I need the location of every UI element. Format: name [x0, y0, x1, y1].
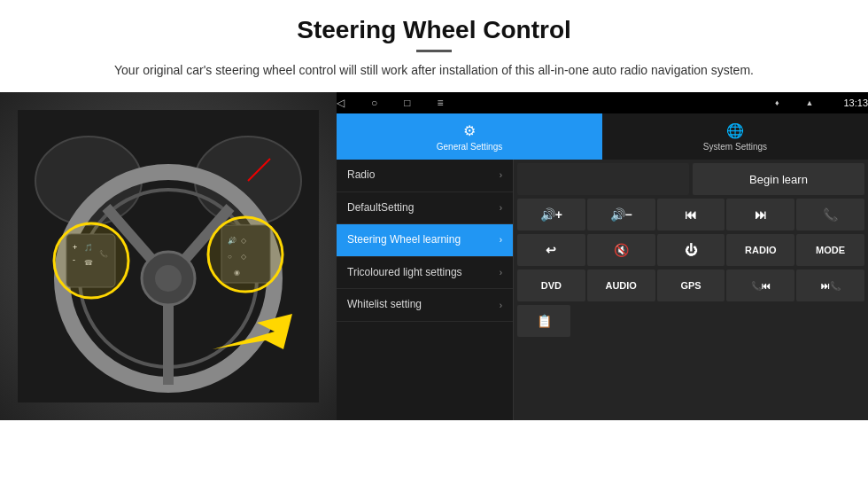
tab-bar: ⚙ General Settings 🌐 System Settings: [337, 113, 868, 160]
power-button[interactable]: ⏻: [657, 234, 725, 266]
gps-button[interactable]: GPS: [657, 270, 725, 301]
square-icon[interactable]: □: [404, 97, 410, 109]
audio-button[interactable]: AUDIO: [587, 270, 655, 301]
controls-row-2: ↩ 🔇 ⏻ RADIO MODE: [517, 234, 864, 266]
tab-system[interactable]: 🌐 System Settings: [602, 113, 868, 160]
menu-item-radio[interactable]: Radio ›: [337, 160, 513, 192]
menu-icon[interactable]: ≡: [438, 97, 444, 109]
menu-item-steering[interactable]: Steering Wheel learning ›: [337, 224, 513, 257]
prev-button[interactable]: ⏮: [657, 199, 725, 230]
menu-item-tricoloured-label: Tricoloured light settings: [347, 266, 500, 280]
title-divider: [416, 50, 452, 52]
controls-row-4: 📋: [517, 305, 864, 337]
menu-item-whitelist[interactable]: Whitelist setting ›: [337, 289, 513, 322]
right-panel: Begin learn 🔊+ 🔊− ⏮: [514, 160, 868, 420]
call-prev-icon: 📞⏮: [751, 281, 771, 291]
answer-button[interactable]: ↩: [517, 234, 585, 266]
time-display: 13:13: [843, 98, 868, 108]
system-settings-icon: 🌐: [726, 122, 744, 139]
call-button[interactable]: 📞: [796, 199, 864, 230]
dvd-label: DVD: [541, 280, 562, 291]
next-icon: ⏭: [755, 207, 767, 222]
menu-item-default[interactable]: DefaultSetting ›: [337, 192, 513, 225]
radio-button[interactable]: RADIO: [726, 234, 794, 266]
page-wrapper: Steering Wheel Control Your original car…: [0, 0, 868, 420]
svg-point-24: [208, 217, 283, 292]
begin-learn-label: Begin learn: [749, 173, 808, 186]
call-next-button[interactable]: ⏭📞: [796, 270, 864, 301]
mute-button[interactable]: 🔇: [587, 234, 655, 266]
header: Steering Wheel Control Your original car…: [0, 0, 868, 92]
menu-item-radio-label: Radio: [347, 168, 500, 183]
controls-row-3: DVD AUDIO GPS 📞⏮ ⏭📞: [517, 270, 864, 301]
tab-general[interactable]: ⚙ General Settings: [337, 113, 602, 160]
content-area: + - 🎵 ☎ 📞 🔊 ◇ ○ ◇ ◉: [0, 92, 868, 420]
general-settings-icon: ⚙: [463, 122, 476, 139]
steering-wheel-svg: + - 🎵 ☎ 📞 🔊 ◇ ○ ◇ ◉: [18, 110, 319, 402]
mode-button[interactable]: MODE: [796, 234, 864, 266]
power-icon: ⏻: [685, 243, 697, 257]
radio-label: RADIO: [745, 245, 776, 255]
car-background: + - 🎵 ☎ 📞 🔊 ◇ ○ ◇ ◉: [0, 92, 337, 420]
answer-icon: ↩: [546, 243, 556, 257]
menu-item-tricoloured[interactable]: Tricoloured light settings ›: [337, 257, 513, 290]
call-next-icon: ⏭📞: [821, 281, 841, 291]
menu-list: Radio › DefaultSetting › Steering Wheel …: [337, 160, 514, 420]
svg-point-23: [54, 223, 128, 298]
begin-learn-button[interactable]: Begin learn: [693, 163, 864, 195]
menu-item-default-label: DefaultSetting: [347, 201, 500, 215]
prev-icon: ⏮: [685, 207, 697, 222]
vol-down-icon: 🔊−: [610, 207, 632, 222]
nav-bar: ◁ ○ □ ≡ ♦ ▲ 13:13: [337, 92, 868, 113]
page-title: Steering Wheel Control: [0, 0, 868, 50]
chevron-right-icon: ›: [500, 203, 502, 213]
menu-item-whitelist-label: Whitelist setting: [347, 298, 500, 312]
next-button[interactable]: ⏭: [726, 199, 794, 230]
list-button[interactable]: 📋: [517, 305, 570, 337]
car-image-section: + - 🎵 ☎ 📞 🔊 ◇ ○ ◇ ◉: [0, 92, 337, 420]
vol-up-icon: 🔊+: [540, 207, 562, 222]
location-icon: ♦: [775, 98, 779, 107]
list-icon: 📋: [537, 314, 552, 328]
vol-down-button[interactable]: 🔊−: [587, 199, 655, 230]
phone-icon: 📞: [823, 207, 838, 222]
menu-item-steering-label: Steering Wheel learning: [347, 233, 500, 247]
home-icon[interactable]: ○: [371, 97, 377, 109]
vol-up-button[interactable]: 🔊+: [517, 199, 585, 230]
gps-label: GPS: [680, 280, 701, 291]
chevron-right-icon: ›: [500, 268, 502, 277]
empty-placeholder: [517, 163, 689, 195]
system-settings-label: System Settings: [703, 142, 767, 152]
settings-area: Radio › DefaultSetting › Steering Wheel …: [337, 160, 868, 420]
signal-icon: ▲: [806, 98, 814, 107]
dvd-button[interactable]: DVD: [517, 270, 585, 301]
android-screen: ◁ ○ □ ≡ ♦ ▲ 13:13 ⚙ General Settings 🌐 S…: [337, 92, 868, 420]
chevron-right-icon: ›: [500, 301, 502, 310]
audio-label: AUDIO: [605, 280, 636, 291]
chevron-right-icon: ›: [500, 235, 502, 245]
controls-row-1: 🔊+ 🔊− ⏮ ⏭ 📞: [517, 199, 864, 230]
mute-icon: 🔇: [614, 243, 629, 257]
subtitle: Your original car's steering wheel contr…: [0, 61, 868, 92]
chevron-right-icon: ›: [500, 170, 502, 180]
general-settings-label: General Settings: [437, 142, 503, 152]
svg-point-10: [155, 265, 182, 292]
call-prev-button[interactable]: 📞⏮: [726, 270, 794, 301]
mode-label: MODE: [816, 245, 845, 255]
top-row: Begin learn: [517, 163, 864, 195]
back-icon[interactable]: ◁: [337, 97, 345, 109]
